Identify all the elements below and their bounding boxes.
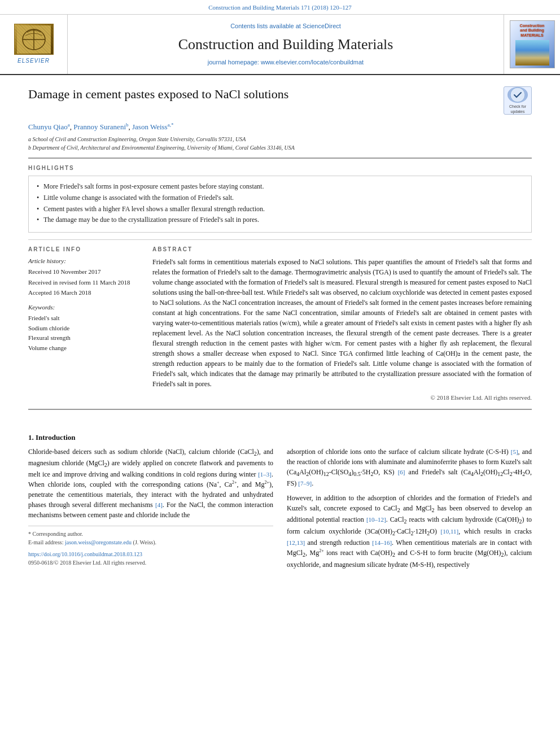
article-title-section: Damage in cement pastes exposed to NaCl … [28, 86, 532, 115]
highlights-label: HIGHLIGHTS [28, 164, 532, 172]
section-divider-1 [28, 158, 532, 159]
elsevier-logo-section: ELSEVIER [0, 15, 68, 74]
highlight-item-1: More Friedel's salt forms in post-exposu… [37, 182, 523, 191]
revised-date: Received in revised form 11 March 2018 [28, 278, 141, 287]
journal-cover: Constructionand BuildingMATERIALS [510, 20, 555, 68]
page-container: Construction and Building Materials 171 … [0, 0, 560, 586]
journal-title: Construction and Building Materials [178, 34, 393, 55]
footnote-section: * Corresponding author. E-mail address: … [28, 526, 273, 567]
authors-line: Chunyu Qiaoa, Prannoy Suranenib, Jason W… [28, 121, 532, 133]
article-content: Damage in cement pastes exposed to NaCl … [0, 75, 560, 427]
author3-name[interactable]: Jason Weiss [132, 123, 168, 132]
highlights-box: More Friedel's salt forms in post-exposu… [28, 176, 532, 233]
footnote-email-line: E-mail address: jason.weiss@oregonstate.… [28, 538, 273, 547]
article-info-section: Article history: Received 10 November 20… [28, 257, 141, 353]
section-divider-3 [28, 409, 532, 410]
intro-two-col: Chloride-based deicers such as sodium ch… [28, 447, 532, 574]
elsevier-text-label: ELSEVIER [18, 57, 50, 65]
footnote-email[interactable]: jason.weiss@oregonstate.edu [65, 539, 132, 545]
highlight-item-2: Little volume change is associated with … [37, 193, 523, 203]
footnote-corresponding: * Corresponding author. [28, 530, 273, 538]
check-badge-text: Check forupdates [509, 104, 526, 115]
info-abstract-section: ARTICLE INFO Article history: Received 1… [28, 246, 532, 402]
author1-sup: a [68, 122, 70, 128]
doi-line: https://doi.org/10.1016/j.conbuildmat.20… [28, 550, 273, 558]
abstract-label: ABSTRACT [152, 246, 532, 254]
journal-cover-title: Constructionand BuildingMATERIALS [520, 24, 545, 38]
intro-col2-p1: adsorption of chloride ions onto the sur… [287, 447, 532, 488]
keyword-2: Sodium chloride [28, 324, 141, 334]
keyword-3: Flexural strength [28, 333, 141, 343]
top-bar: Construction and Building Materials 171 … [0, 0, 560, 15]
abstract-column: ABSTRACT Friedel's salt forms in cementi… [152, 246, 532, 402]
affiliations: a School of Civil and Construction Engin… [28, 135, 532, 152]
highlight-item-4: The damage may be due to the crystalliza… [37, 215, 523, 225]
journal-cover-image [515, 40, 549, 65]
journal-homepage: journal homepage: www.elsevier.com/locat… [208, 58, 364, 67]
received-date: Received 10 November 2017 [28, 268, 141, 276]
svg-point-1 [23, 29, 45, 50]
author2-sup: b [126, 122, 129, 128]
keywords-list: Friedel's salt Sodium chloride Flexural … [28, 313, 141, 353]
doi-link[interactable]: https://doi.org/10.1016/j.conbuildmat.20… [28, 551, 142, 557]
sciencedirect-label[interactable]: ScienceDirect [303, 23, 341, 29]
intro-col2-p2: However, in addition to the adsorption o… [287, 493, 532, 570]
author3-sup: a,* [168, 122, 174, 128]
footnote-email-suffix: (J. Weiss). [133, 539, 157, 545]
section-divider-2 [28, 239, 532, 240]
affiliation-a: a School of Civil and Construction Engin… [28, 135, 532, 143]
keyword-1: Friedel's salt [28, 313, 141, 324]
keywords-label: Keywords: [28, 303, 141, 312]
check-badge-icon [508, 87, 528, 103]
history-label: Article history: [28, 257, 141, 265]
journal-header: ELSEVIER Contents lists available at Sci… [0, 15, 560, 75]
keyword-4: Volume change [28, 343, 141, 353]
journal-reference: Construction and Building Materials 171 … [208, 4, 352, 11]
svg-rect-0 [17, 25, 51, 54]
journal-header-center: Contents lists available at ScienceDirec… [68, 15, 504, 74]
affiliation-b: b Department of Civil, Architectural and… [28, 143, 532, 152]
elsevier-logo: ELSEVIER [14, 24, 54, 65]
copyright-notice: © 2018 Elsevier Ltd. All rights reserved… [152, 394, 532, 402]
intro-col1: Chloride-based deicers such as sodium ch… [28, 447, 273, 574]
sciencedirect-link: Contents lists available at ScienceDirec… [230, 22, 341, 30]
article-info-label: ARTICLE INFO [28, 246, 141, 254]
article-title: Damage in cement pastes exposed to NaCl … [28, 86, 492, 103]
issn-line: 0950-0618/© 2018 Elsevier Ltd. All right… [28, 558, 273, 567]
svg-point-4 [510, 88, 525, 102]
elsevier-icon [14, 24, 54, 55]
intro-col2: adsorption of chloride ions onto the sur… [287, 447, 532, 574]
body-content: 1. Introduction Chloride-based deicers s… [0, 427, 560, 585]
intro-col1-p1: Chloride-based deicers such as sodium ch… [28, 447, 273, 521]
accepted-date: Accepted 16 March 2018 [28, 289, 141, 297]
journal-cover-section: Constructionand BuildingMATERIALS [504, 15, 560, 74]
highlight-item-3: Cement pastes with a higher FA level sho… [37, 204, 523, 214]
section1-heading: 1. Introduction [28, 433, 532, 443]
article-info-column: ARTICLE INFO Article history: Received 1… [28, 246, 141, 402]
check-for-updates-badge: Check forupdates [504, 86, 532, 115]
author1-name[interactable]: Chunyu Qiao [28, 123, 68, 132]
highlights-list: More Friedel's salt forms in post-exposu… [37, 182, 523, 225]
abstract-text: Friedel's salt forms in cementitious mat… [152, 257, 532, 389]
journal-homepage-url[interactable]: www.elsevier.com/locate/conbuildmat [261, 59, 364, 65]
author2-name[interactable]: Prannoy Suraneni [73, 123, 126, 132]
footnote-email-label: E-mail address: [28, 539, 63, 545]
